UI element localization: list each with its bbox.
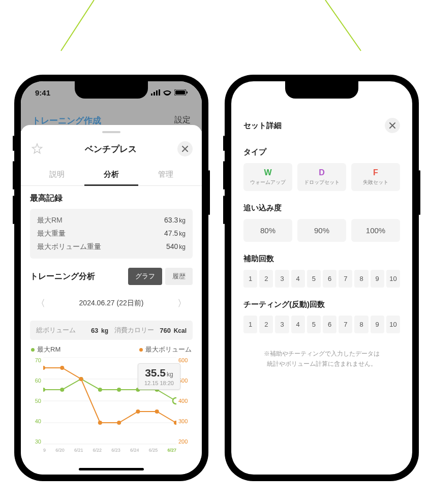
set-detail-title: セット詳細 xyxy=(243,121,282,131)
date-next-icon[interactable]: 〉 xyxy=(175,295,189,311)
assist-7[interactable]: 7 xyxy=(339,270,352,288)
type-dropset[interactable]: Dドロップセット xyxy=(297,163,346,191)
intensity-80[interactable]: 80% xyxy=(243,219,292,242)
svg-line-1 xyxy=(325,0,361,51)
assist-10[interactable]: 10 xyxy=(386,270,400,288)
bottom-sheet: ベンチプレス 説明 分析 管理 最高記録 最大RM63.3kg 最大重量47.5… xyxy=(21,125,202,475)
close-button[interactable] xyxy=(385,118,400,133)
cheat-10[interactable]: 10 xyxy=(386,316,400,333)
assist-6[interactable]: 6 xyxy=(323,270,336,288)
close-button[interactable] xyxy=(177,141,193,156)
stat-calorie-k: 消費カロリー xyxy=(114,326,154,335)
assist-4[interactable]: 4 xyxy=(291,270,305,288)
legend-rm: 最大RM xyxy=(31,345,60,354)
date-prev-icon[interactable]: 〈 xyxy=(34,295,47,311)
assist-5[interactable]: 5 xyxy=(307,270,321,288)
toggle-graph[interactable]: グラフ xyxy=(128,268,162,285)
svg-point-14 xyxy=(43,388,45,392)
cheat-5[interactable]: 5 xyxy=(307,316,321,333)
footnote: ※補助やチーティングで入力したデータは 統計やボリューム計算に含まれません。 xyxy=(243,349,400,369)
assist-row: 1 2 3 4 5 6 7 8 9 10 xyxy=(243,270,400,288)
cheat-label: チーティング(反動)回数 xyxy=(243,300,400,309)
y-axis-left: 7060504030 xyxy=(30,357,41,445)
svg-point-15 xyxy=(60,388,64,392)
phone-left: 9:41 トレーニング作成 設定 ベンチプレス xyxy=(14,75,208,481)
svg-point-18 xyxy=(117,388,121,392)
cheat-1[interactable]: 1 xyxy=(243,316,257,333)
status-icons xyxy=(151,89,188,96)
svg-point-17 xyxy=(98,388,102,392)
records-title: 最高記録 xyxy=(30,193,193,204)
favorite-star-icon[interactable] xyxy=(30,142,44,156)
toggle-history[interactable]: 履歴 xyxy=(165,268,193,285)
tab-analysis[interactable]: 分析 xyxy=(84,165,139,186)
tabs: 説明 分析 管理 xyxy=(21,165,202,186)
intensity-90[interactable]: 90% xyxy=(297,219,346,242)
sheet-handle[interactable] xyxy=(102,131,120,133)
tab-manage[interactable]: 管理 xyxy=(138,165,193,185)
tab-description[interactable]: 説明 xyxy=(30,165,84,185)
cheat-2[interactable]: 2 xyxy=(259,316,273,333)
cheat-6[interactable]: 6 xyxy=(323,316,336,333)
svg-rect-3 xyxy=(154,92,155,96)
x-axis: 96/206/216/226/236/246/256/27 xyxy=(43,448,176,459)
intensity-100[interactable]: 100% xyxy=(351,219,400,242)
date-label: 2024.06.27 (22日前) xyxy=(79,299,144,308)
assist-2[interactable]: 2 xyxy=(259,270,273,288)
record-row: 最大RM63.3kg xyxy=(37,214,186,227)
cheat-7[interactable]: 7 xyxy=(339,316,352,333)
cheat-row: 1 2 3 4 5 6 7 8 9 10 xyxy=(243,316,400,333)
stat-volume-k: 総ボリューム xyxy=(36,326,76,335)
analysis-title: トレーニング分析 xyxy=(30,271,95,282)
svg-rect-2 xyxy=(151,93,152,96)
decorative-arrows xyxy=(0,0,429,71)
svg-line-0 xyxy=(61,0,94,51)
record-row: 最大重量47.5kg xyxy=(37,227,186,240)
status-time: 9:41 xyxy=(35,88,50,97)
phone-notch xyxy=(285,81,358,99)
svg-point-26 xyxy=(117,421,121,425)
phone-right: セット詳細 タイプ Wウォームアップ Dドロップセット F失敗セット 追い込み度 xyxy=(225,75,419,481)
cheat-8[interactable]: 8 xyxy=(354,316,368,333)
assist-label: 補助回数 xyxy=(243,254,400,264)
svg-rect-7 xyxy=(175,90,185,94)
home-indicator[interactable] xyxy=(79,468,144,470)
legend-volume: 最大ボリューム xyxy=(139,345,192,354)
intensity-label: 追い込み度 xyxy=(243,203,400,213)
type-failset[interactable]: F失敗セット xyxy=(351,163,400,191)
chart-tooltip: 35.5kg 12.15 18:20 xyxy=(138,363,180,390)
type-label: タイプ xyxy=(243,147,400,157)
phone-notch xyxy=(75,81,148,99)
chart: 7060504030 600500400300200 xyxy=(30,357,193,459)
svg-point-28 xyxy=(155,410,159,414)
svg-point-24 xyxy=(79,377,83,381)
svg-point-21 xyxy=(173,398,176,404)
records-box: 最大RM63.3kg 最大重量47.5kg 最大ボリューム重量540kg xyxy=(30,209,193,259)
svg-rect-5 xyxy=(159,89,160,96)
assist-9[interactable]: 9 xyxy=(371,270,384,288)
svg-point-23 xyxy=(60,366,64,370)
assist-3[interactable]: 3 xyxy=(275,270,289,288)
assist-8[interactable]: 8 xyxy=(354,270,368,288)
svg-point-27 xyxy=(136,410,140,414)
type-warmup[interactable]: Wウォームアップ xyxy=(243,163,292,191)
record-row: 最大ボリューム重量540kg xyxy=(37,240,186,254)
cheat-9[interactable]: 9 xyxy=(371,316,384,333)
svg-point-22 xyxy=(43,366,45,370)
cheat-4[interactable]: 4 xyxy=(291,316,305,333)
y-axis-right: 600500400300200 xyxy=(178,357,193,445)
svg-rect-4 xyxy=(156,90,158,96)
exercise-title: ベンチプレス xyxy=(85,143,137,155)
svg-point-25 xyxy=(98,421,102,425)
cheat-3[interactable]: 3 xyxy=(275,316,289,333)
assist-1[interactable]: 1 xyxy=(243,270,257,288)
svg-rect-8 xyxy=(187,91,188,93)
